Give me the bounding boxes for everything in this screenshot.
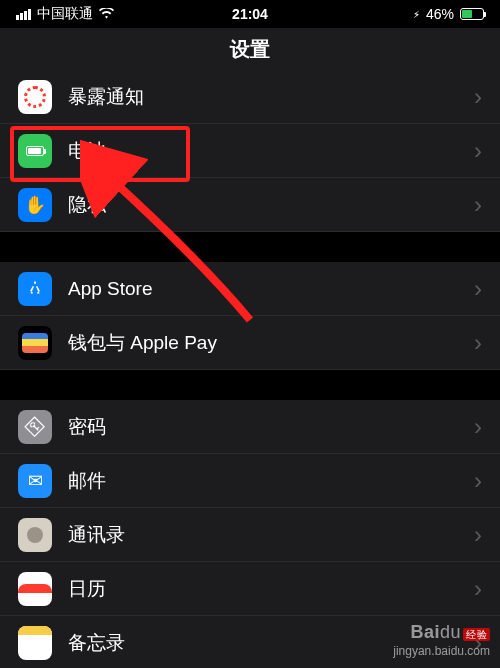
watermark: Baidu经验 jingyan.baidu.com bbox=[393, 621, 490, 660]
chevron-right-icon: › bbox=[474, 521, 482, 549]
row-battery[interactable]: 电池 › bbox=[0, 124, 500, 178]
row-exposure-notification[interactable]: 暴露通知 › bbox=[0, 70, 500, 124]
row-privacy[interactable]: ✋ 隐私 › bbox=[0, 178, 500, 232]
status-left: 中国联通 bbox=[16, 5, 114, 23]
row-app-store[interactable]: App Store › bbox=[0, 262, 500, 316]
mail-icon: ✉︎ bbox=[18, 464, 52, 498]
row-label: 邮件 bbox=[68, 468, 474, 494]
settings-list: 暴露通知 › 电池 › ✋ 隐私 › App Store › 钱包与 Apple… bbox=[0, 70, 500, 668]
watermark-brand-1: Bai bbox=[410, 622, 440, 642]
calendar-icon bbox=[18, 572, 52, 606]
key-icon: ⚿ bbox=[18, 410, 52, 444]
row-calendar[interactable]: 日历 › bbox=[0, 562, 500, 616]
row-label: 隐私 bbox=[68, 192, 474, 218]
row-label: 电池 bbox=[68, 138, 474, 164]
row-label: App Store bbox=[68, 278, 474, 300]
group-separator bbox=[0, 232, 500, 262]
status-bar: 中国联通 21:04 ⚡︎ 46% bbox=[0, 0, 500, 28]
row-label: 钱包与 Apple Pay bbox=[68, 330, 474, 356]
battery-app-icon bbox=[18, 134, 52, 168]
chevron-right-icon: › bbox=[474, 329, 482, 357]
chevron-right-icon: › bbox=[474, 467, 482, 495]
chevron-right-icon: › bbox=[474, 413, 482, 441]
row-label: 暴露通知 bbox=[68, 84, 474, 110]
watermark-url: jingyan.baidu.com bbox=[393, 644, 490, 660]
row-label: 密码 bbox=[68, 414, 474, 440]
wifi-icon bbox=[99, 7, 114, 22]
watermark-tag: 经验 bbox=[463, 628, 490, 641]
row-contacts[interactable]: 通讯录 › bbox=[0, 508, 500, 562]
row-wallet[interactable]: 钱包与 Apple Pay › bbox=[0, 316, 500, 370]
wallet-icon bbox=[18, 326, 52, 360]
contacts-icon bbox=[18, 518, 52, 552]
page-title: 设置 bbox=[0, 28, 500, 70]
chevron-right-icon: › bbox=[474, 137, 482, 165]
exposure-icon bbox=[18, 80, 52, 114]
chevron-right-icon: › bbox=[474, 575, 482, 603]
signal-icon bbox=[16, 9, 31, 20]
notes-icon bbox=[18, 626, 52, 660]
battery-percent: 46% bbox=[426, 6, 454, 22]
watermark-brand-2: du bbox=[440, 622, 461, 642]
battery-icon bbox=[460, 8, 484, 20]
charging-icon: ⚡︎ bbox=[413, 9, 420, 20]
row-mail[interactable]: ✉︎ 邮件 › bbox=[0, 454, 500, 508]
row-passwords[interactable]: ⚿ 密码 › bbox=[0, 400, 500, 454]
chevron-right-icon: › bbox=[474, 83, 482, 111]
carrier-label: 中国联通 bbox=[37, 5, 93, 23]
chevron-right-icon: › bbox=[474, 275, 482, 303]
row-label: 通讯录 bbox=[68, 522, 474, 548]
chevron-right-icon: › bbox=[474, 191, 482, 219]
status-right: ⚡︎ 46% bbox=[412, 6, 484, 22]
privacy-icon: ✋ bbox=[18, 188, 52, 222]
status-time: 21:04 bbox=[232, 6, 268, 22]
row-label: 日历 bbox=[68, 576, 474, 602]
appstore-icon bbox=[18, 272, 52, 306]
group-separator bbox=[0, 370, 500, 400]
